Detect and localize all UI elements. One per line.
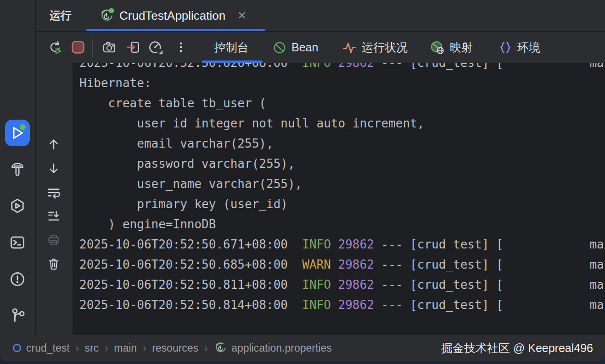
breadcrumb-separator: ›	[204, 341, 207, 355]
tab-console-label: 控制台	[214, 40, 249, 55]
thread-dump-camera-icon[interactable]	[101, 39, 117, 55]
console-line: 2025-10-06T20:52:50.671+08:00 INFO 29862…	[79, 234, 605, 254]
tab-bean[interactable]: Bean	[273, 32, 318, 63]
run-play-icon	[5, 120, 30, 146]
scroll-to-end-icon[interactable]	[45, 208, 62, 224]
run-toolwindow-header: 运行 CrudTestApplication ✕	[35, 0, 605, 32]
tab-mappings[interactable]: 映射	[430, 32, 473, 63]
breadcrumb-item[interactable]: resources	[152, 342, 198, 354]
tab-environment-label: 环境	[517, 40, 540, 55]
rerun-button[interactable]	[47, 39, 63, 55]
console-line: create table tb_user (	[79, 93, 605, 113]
console-line: user_id integer not null auto_increment,	[79, 113, 605, 133]
active-tab-underline	[86, 29, 265, 31]
services-icon[interactable]	[9, 197, 26, 215]
close-tab-icon[interactable]: ✕	[235, 9, 249, 22]
breadcrumb-item[interactable]: src	[85, 342, 99, 354]
console-line: 2025-10-06T20:52:50.811+08:00 INFO 29862…	[79, 275, 605, 295]
project-icon	[12, 343, 22, 353]
breadcrumb-label: crud_test	[26, 342, 70, 354]
breadcrumb-separator: ›	[105, 341, 108, 355]
print-icon[interactable]	[45, 232, 62, 248]
health-pulse-icon	[342, 40, 357, 55]
tab-environment[interactable]: 环境	[499, 32, 540, 63]
attach-debugger-icon[interactable]	[126, 39, 141, 55]
breadcrumb-separator: ›	[76, 341, 79, 355]
run-toolbar: 控制台 Bean 运行状况 映射	[35, 32, 605, 63]
toolbar-separator	[92, 39, 93, 57]
up-stacktrace-icon[interactable]	[45, 136, 62, 153]
tab-health[interactable]: 运行状况	[342, 32, 408, 63]
clear-console-trash-icon[interactable]	[45, 256, 62, 272]
git-branch-icon[interactable]	[9, 306, 26, 324]
spring-boot-icon	[213, 341, 227, 355]
breadcrumb-label: main	[114, 342, 137, 354]
console-line: ) engine=InnoDB	[79, 214, 605, 234]
spring-boot-run-icon	[98, 7, 115, 24]
tab-health-label: 运行状况	[362, 40, 408, 55]
stop-button[interactable]	[70, 39, 86, 55]
bean-icon	[273, 41, 286, 55]
breadcrumb-separator: ›	[143, 341, 146, 355]
tab-title: CrudTestApplication	[119, 9, 225, 23]
profiler-gauge-icon[interactable]	[148, 39, 163, 55]
mappings-icon	[430, 40, 445, 55]
breadcrumb-label: application.properties	[231, 342, 332, 354]
tab-bean-label: Bean	[291, 41, 318, 54]
console-line: Hibernate:	[79, 73, 605, 93]
breadcrumb-item[interactable]: application.properties	[213, 341, 332, 355]
console-line: password varchar(255),	[79, 154, 605, 174]
toolwindow-title: 运行	[50, 0, 72, 31]
console-line: email varchar(255),	[79, 133, 605, 154]
console-line: user_name varchar(255),	[79, 174, 605, 194]
breadcrumb-label: resources	[152, 342, 198, 354]
problems-icon[interactable]	[9, 270, 26, 288]
build-hammer-icon[interactable]	[9, 160, 26, 178]
console-line: 2025-10-06T20:52:50.685+08:00 WARN 29862…	[79, 254, 605, 275]
breadcrumb-item[interactable]: main	[114, 342, 137, 354]
breadcrumbs: crud_test›src›main›resources› applicatio…	[12, 341, 332, 355]
toolwindow-stripe	[0, 0, 36, 335]
breadcrumb-label: src	[85, 342, 99, 354]
more-options-kebab-icon[interactable]	[173, 39, 189, 55]
console-toolbar	[36, 63, 73, 335]
status-bar: crud_test›src›main›resources› applicatio…	[0, 335, 605, 361]
console-output[interactable]: 2025-10-06T20:52:50.626+08:00 INFO 29862…	[73, 63, 605, 335]
tab-console[interactable]: 控制台	[214, 32, 249, 63]
screen: { "header": { "tool_window_label": "运行",…	[0, 0, 605, 364]
console-line: 2025-10-06T20:52:50.814+08:00 INFO 29862…	[79, 295, 605, 315]
console-line: 2025-10-06T20:52:50.626+08:00 INFO 29862…	[79, 63, 605, 73]
terminal-icon[interactable]	[9, 234, 26, 251]
run-config-tab[interactable]: CrudTestApplication ✕	[86, 0, 265, 31]
ide-window: 运行 CrudTestApplication ✕	[0, 0, 605, 361]
braces-icon	[499, 41, 512, 55]
breadcrumb-item[interactable]: crud_test	[12, 342, 70, 354]
console-content: 2025-10-06T20:52:50.626+08:00 INFO 29862…	[73, 63, 605, 315]
soft-wrap-icon[interactable]	[45, 184, 62, 201]
watermark-text: 掘金技术社区 @ Keepreal496	[441, 341, 593, 356]
tab-mappings-label: 映射	[450, 40, 473, 55]
run-toolwindow-button[interactable]	[5, 120, 30, 146]
down-stacktrace-icon[interactable]	[45, 160, 62, 176]
console-line: primary key (user_id)	[79, 194, 605, 214]
